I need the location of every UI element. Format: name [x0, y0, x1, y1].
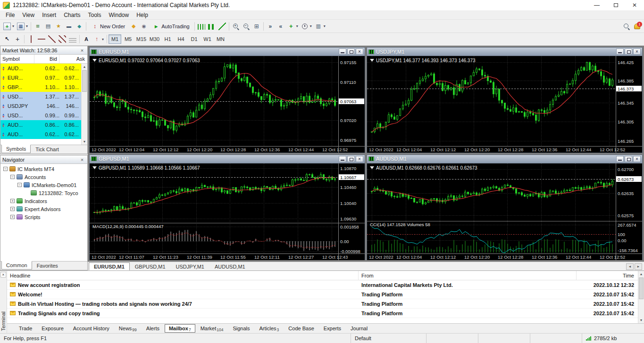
chart-restore-button[interactable] — [625, 49, 632, 55]
scrollbar-thumb[interactable] — [82, 70, 87, 92]
terminal-tab-news[interactable]: News99 — [115, 324, 141, 333]
terminal-scrollbar[interactable]: ▲ ▼ — [638, 271, 644, 323]
menu-insert[interactable]: Insert — [38, 11, 60, 19]
terminal-tab-code-base[interactable]: Code Base — [284, 324, 318, 333]
tab-common[interactable]: Common — [1, 261, 32, 270]
mailbox-row[interactable]: Trading Signals and copy tradingTrading … — [7, 309, 638, 318]
search-button[interactable] — [621, 21, 632, 32]
minimize-button[interactable]: — — [587, 0, 606, 10]
vertical-line-button[interactable] — [26, 34, 36, 44]
chart-close-button[interactable] — [356, 156, 363, 162]
new-chart-button[interactable]: ▾ — [2, 21, 16, 32]
options-button[interactable] — [139, 21, 149, 32]
market-watch-row[interactable]: ▲▼AUD...0.86...0.86... — [0, 120, 81, 130]
menu-file[interactable]: File — [2, 11, 18, 19]
chart-titlebar-usdjpy[interactable]: USDJPY,M1 — [367, 48, 642, 56]
terminal-col-time[interactable]: Time — [577, 271, 638, 280]
tree-item-scripts[interactable]: +Scripts — [0, 213, 87, 221]
timeframe-m1-button[interactable]: M1 — [109, 34, 121, 44]
market-watch-row[interactable]: ▲▼USDJPY146...146... — [0, 101, 81, 111]
chart-titlebar-eurusd[interactable]: EURUSD,M1 — [90, 48, 365, 56]
mailbox-row[interactable]: Welcome!Trading Platform2022.10.07 15:42 — [7, 290, 638, 299]
market-watch-row[interactable]: ▲▼GBP...1.10...1.10... — [0, 82, 81, 92]
chart-restore-button[interactable] — [625, 156, 632, 162]
tile-windows-button[interactable] — [251, 21, 262, 32]
tree-item-indicators[interactable]: +Indicators — [0, 197, 87, 205]
chart-tab-eurusd-m1[interactable]: EURUSD,M1 — [89, 262, 130, 270]
chart-minimize-button[interactable] — [616, 156, 624, 162]
chart-minimize-button[interactable] — [616, 49, 624, 55]
fibonacci-button[interactable] — [67, 34, 78, 44]
new-order-button[interactable]: New Order — [88, 21, 128, 32]
tab-tick-chart[interactable]: Tick Chart — [31, 145, 64, 154]
chart-tab-usdjpy-m1[interactable]: USDJPY,M1 — [171, 262, 209, 270]
menu-tools[interactable]: Tools — [84, 11, 105, 19]
menu-charts[interactable]: Charts — [60, 11, 84, 19]
chart-close-button[interactable] — [356, 49, 363, 55]
tree-item-expert-advisors[interactable]: +Expert Advisors — [0, 205, 87, 213]
terminal-tab-exposure[interactable]: Exposure — [37, 324, 67, 333]
terminal-tab-signals[interactable]: Signals — [228, 324, 254, 333]
tab-scroll-left-icon[interactable]: ◄ — [626, 263, 634, 270]
timeframe-m30-button[interactable]: M30 — [148, 34, 161, 44]
text-label-button[interactable] — [81, 34, 92, 44]
data-window-toggle[interactable] — [43, 21, 53, 32]
close-icon[interactable]: × — [0, 272, 6, 278]
tree-item-12132882-toyco[interactable]: 12132882: Toyco — [0, 189, 87, 197]
mailbox-row[interactable]: New account registrationInternational Ca… — [7, 280, 638, 290]
terminal-tab-experts[interactable]: Experts — [319, 324, 345, 333]
auto-scroll-button[interactable] — [265, 21, 276, 32]
tree-item-accounts[interactable]: −Accounts — [0, 173, 87, 181]
market-watch-row[interactable]: ▲▼EUR...0.97...0.97... — [0, 73, 81, 82]
chart-canvas-eurusd[interactable]: 0.971550.971100.970630.970200.9697512 Oc… — [90, 56, 365, 153]
scroll-up-icon[interactable]: ▲ — [82, 64, 87, 70]
horizontal-line-button[interactable] — [36, 34, 47, 44]
cursor-button[interactable] — [2, 34, 12, 44]
chart-canvas-gbpusd[interactable]: MACD(12,26,9) 0.000445 0.0004471.108701.… — [90, 163, 365, 260]
market-watch-row[interactable]: ▲▼AUD...0.62...0.62... — [0, 64, 81, 73]
collapse-icon[interactable]: − — [17, 183, 22, 187]
expand-icon[interactable]: + — [10, 215, 15, 219]
menu-window[interactable]: Window — [105, 11, 133, 19]
expand-icon[interactable]: + — [10, 207, 15, 211]
tab-scroll-right-icon[interactable]: ► — [635, 263, 642, 270]
tab-favorites[interactable]: Favorites — [32, 261, 63, 270]
close-icon[interactable]: × — [79, 48, 85, 53]
timeframe-d1-button[interactable]: D1 — [188, 34, 201, 44]
terminal-tab-articles[interactable]: Articles3 — [255, 324, 284, 333]
arrows-button[interactable]: ▾ — [92, 34, 105, 44]
notifications-button[interactable]: 1 — [632, 21, 642, 32]
tree-item-ic-markets-mt4[interactable]: −IC Markets MT4 — [0, 165, 87, 173]
templates-button[interactable]: ▾ — [313, 21, 327, 32]
navigator-toggle[interactable] — [53, 21, 64, 32]
scroll-up-icon[interactable]: ▲ — [638, 271, 644, 277]
terminal-tab-alerts[interactable]: Alerts — [142, 324, 164, 333]
close-icon[interactable]: × — [79, 157, 85, 163]
chart-restore-button[interactable] — [347, 156, 355, 162]
zoom-out-button[interactable]: − — [241, 21, 251, 32]
timeframe-w1-button[interactable]: W1 — [201, 34, 214, 44]
autotrading-button[interactable]: AutoTrading — [149, 21, 193, 32]
collapse-icon[interactable]: − — [3, 167, 8, 171]
bar-chart-button[interactable] — [196, 21, 207, 32]
close-button[interactable]: ✕ — [625, 0, 644, 10]
profile-selector[interactable]: Default — [351, 334, 426, 343]
timeframe-m5-button[interactable]: M5 — [122, 34, 134, 44]
scrollbar-thumb[interactable] — [639, 278, 644, 299]
scroll-down-icon[interactable]: ▼ — [82, 139, 87, 145]
chart-restore-button[interactable] — [347, 49, 355, 55]
chart-titlebar-gbpusd[interactable]: GBPUSD,M1 — [90, 155, 365, 163]
market-watch-row[interactable]: ▲▼AUD...0.62...0.62... — [0, 130, 81, 139]
terminal-tab-journal[interactable]: Journal — [346, 324, 372, 333]
tree-item-icmarkets-demo01[interactable]: −ICMarkets-Demo01 — [0, 181, 87, 189]
profiles-button[interactable]: ▾ — [16, 21, 29, 32]
chart-canvas-usdjpy[interactable]: 146.425146.385146.373146.345146.305146.2… — [367, 56, 642, 153]
metaeditor-button[interactable] — [128, 21, 139, 32]
timeframe-m15-button[interactable]: M15 — [135, 34, 148, 44]
expand-icon[interactable]: + — [10, 199, 15, 203]
chart-close-button[interactable] — [633, 156, 641, 162]
chart-minimize-button[interactable] — [339, 156, 346, 162]
menu-help[interactable]: Help — [133, 11, 152, 19]
market-watch-scrollbar[interactable]: ▲ ▼ — [81, 64, 87, 145]
tab-symbols[interactable]: Symbols — [1, 145, 31, 153]
